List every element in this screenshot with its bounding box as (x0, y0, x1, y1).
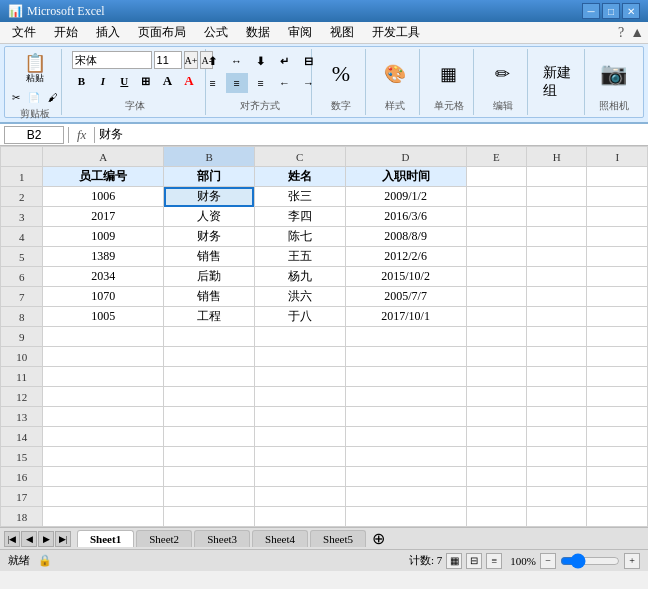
cell-E5[interactable] (466, 247, 526, 267)
col-header-H[interactable]: H (526, 147, 586, 167)
cell-E4[interactable] (466, 227, 526, 247)
header-cell-C1[interactable]: 姓名 (254, 167, 345, 187)
cell-D7[interactable]: 2005/7/7 (345, 287, 466, 307)
sheet-tab-2[interactable]: Sheet2 (136, 530, 192, 547)
cell-B4[interactable]: 财务 (164, 227, 255, 247)
normal-view-button[interactable]: ▦ (446, 553, 462, 569)
cell-A7[interactable]: 1070 (43, 287, 164, 307)
cell-D9[interactable] (345, 327, 466, 347)
cell-I5[interactable] (587, 247, 648, 267)
header-cell-B1[interactable]: 部门 (164, 167, 255, 187)
cell-C7[interactable]: 洪六 (254, 287, 345, 307)
menu-review[interactable]: 审阅 (280, 22, 320, 43)
cell-I7[interactable] (587, 287, 648, 307)
font-size-input[interactable] (154, 51, 182, 69)
style-button[interactable]: 🎨 (379, 51, 411, 97)
cell-D3[interactable]: 2016/3/6 (345, 207, 466, 227)
align-top-button[interactable]: ⬆ (202, 51, 224, 71)
cell-H5[interactable] (526, 247, 586, 267)
cell-H1[interactable] (526, 167, 586, 187)
zoom-slider[interactable] (560, 557, 620, 565)
cell-C9[interactable] (254, 327, 345, 347)
page-break-button[interactable]: ≡ (486, 553, 502, 569)
format-painter-button[interactable]: 🖌 (45, 90, 61, 105)
cell-I3[interactable] (587, 207, 648, 227)
newgroup-button[interactable]: 新建组 (538, 51, 578, 113)
cell-H8[interactable] (526, 307, 586, 327)
cell-I2[interactable] (587, 187, 648, 207)
border-button[interactable]: ⊞ (136, 71, 156, 91)
menu-developer[interactable]: 开发工具 (364, 22, 428, 43)
formula-input[interactable] (99, 126, 644, 144)
underline-button[interactable]: U (115, 71, 135, 91)
align-left-button[interactable]: ≡ (202, 73, 224, 93)
font-color-button[interactable]: A (179, 71, 199, 91)
bold-button[interactable]: B (72, 71, 92, 91)
sheet-tab-4[interactable]: Sheet4 (252, 530, 308, 547)
cell-B8[interactable]: 工程 (164, 307, 255, 327)
col-header-I[interactable]: I (587, 147, 648, 167)
cell-B6[interactable]: 后勤 (164, 267, 255, 287)
menu-view[interactable]: 视图 (322, 22, 362, 43)
header-cell-D1[interactable]: 入职时间 (345, 167, 466, 187)
sheet-tab-3[interactable]: Sheet3 (194, 530, 250, 547)
cell-E3[interactable] (466, 207, 526, 227)
col-header-C[interactable]: C (254, 147, 345, 167)
page-layout-button[interactable]: ⊟ (466, 553, 482, 569)
cell-E6[interactable] (466, 267, 526, 287)
help-icon[interactable]: ? (618, 25, 624, 41)
cell-H7[interactable] (526, 287, 586, 307)
cell-E7[interactable] (466, 287, 526, 307)
cell-B9[interactable] (164, 327, 255, 347)
header-cell-A1[interactable]: 员工编号 (43, 167, 164, 187)
copy-button[interactable]: 📄 (25, 90, 43, 105)
menu-file[interactable]: 文件 (4, 22, 44, 43)
cell-B7[interactable]: 销售 (164, 287, 255, 307)
sheet-nav-prev[interactable]: ◀ (21, 531, 37, 547)
increase-font-button[interactable]: A+ (184, 51, 199, 69)
cell-D2[interactable]: 2009/1/2 (345, 187, 466, 207)
zoom-out-button[interactable]: − (540, 553, 556, 569)
cell-H6[interactable] (526, 267, 586, 287)
cell-C2[interactable]: 张三 (254, 187, 345, 207)
cell-H2[interactable] (526, 187, 586, 207)
sheet-nav-first[interactable]: |◀ (4, 531, 20, 547)
cell-C4[interactable]: 陈七 (254, 227, 345, 247)
italic-button[interactable]: I (93, 71, 113, 91)
menu-page-layout[interactable]: 页面布局 (130, 22, 194, 43)
col-header-B[interactable]: B (164, 147, 255, 167)
cell-I8[interactable] (587, 307, 648, 327)
cell-I4[interactable] (587, 227, 648, 247)
font-name-input[interactable] (72, 51, 152, 69)
minimize-button[interactable]: ─ (582, 3, 600, 19)
menu-insert[interactable]: 插入 (88, 22, 128, 43)
cell-reference-box[interactable] (4, 126, 64, 144)
cut-button[interactable]: ✂ (9, 90, 23, 105)
col-header-D[interactable]: D (345, 147, 466, 167)
cell-A2[interactable]: 1006 (43, 187, 164, 207)
edit-button[interactable]: ✏ (490, 51, 515, 97)
menu-home[interactable]: 开始 (46, 22, 86, 43)
cell-H3[interactable] (526, 207, 586, 227)
cell-A3[interactable]: 2017 (43, 207, 164, 227)
col-header-A[interactable]: A (43, 147, 164, 167)
col-header-E[interactable]: E (466, 147, 526, 167)
align-middle-button[interactable]: ↔ (226, 51, 248, 71)
cell-C5[interactable]: 王五 (254, 247, 345, 267)
sheet-tab-1[interactable]: Sheet1 (77, 530, 134, 547)
indent-decrease-button[interactable]: ← (274, 73, 296, 93)
cell-B3[interactable]: 人资 (164, 207, 255, 227)
align-right-button[interactable]: ≡ (250, 73, 272, 93)
cell-A6[interactable]: 2034 (43, 267, 164, 287)
insert-sheet-icon[interactable]: ⊕ (372, 529, 385, 548)
zoom-in-button[interactable]: + (624, 553, 640, 569)
cell-D6[interactable]: 2015/10/2 (345, 267, 466, 287)
cell-C8[interactable]: 于八 (254, 307, 345, 327)
cell-B5[interactable]: 销售 (164, 247, 255, 267)
sheet-nav-last[interactable]: ▶| (55, 531, 71, 547)
close-button[interactable]: ✕ (622, 3, 640, 19)
cell-D5[interactable]: 2012/2/6 (345, 247, 466, 267)
wrap-text-button[interactable]: ↵ (274, 51, 296, 71)
cell-A8[interactable]: 1005 (43, 307, 164, 327)
number-format-button[interactable]: % (327, 51, 355, 97)
